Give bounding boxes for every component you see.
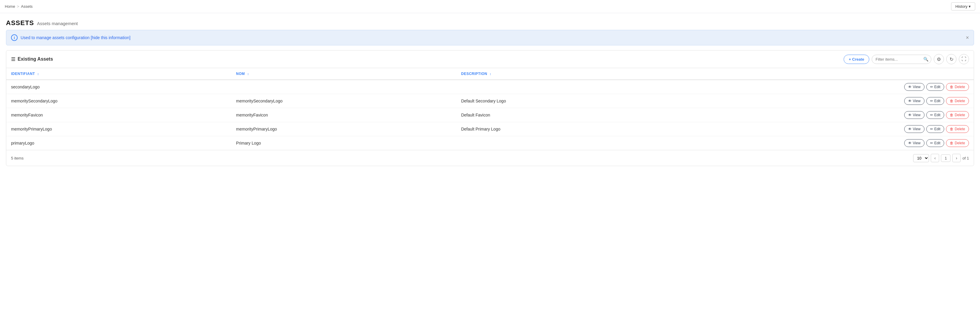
info-banner-text: Used to manage assets configuration [hid… [21,35,130,40]
history-chevron-icon: ▾ [969,4,971,9]
search-icon: 🔍 [923,57,928,62]
delete-button[interactable]: 🗑 Delete [946,83,969,91]
history-button[interactable]: History ▾ [951,2,975,10]
cell-identifiant: memoritySecondaryLogo [6,94,231,108]
info-close-button[interactable]: × [966,35,969,40]
cell-nom: Primary Logo [231,136,456,150]
assets-table: IDENTIFIANT ↕ NOM ↕ DESCRIPTION ↕ second… [6,68,974,150]
cell-identifiant: secondaryLogo [6,80,231,94]
cell-nom: memorityPrimaryLogo [231,122,456,136]
view-button[interactable]: 👁 View [904,83,924,91]
create-button[interactable]: + Create [844,54,869,64]
table-row: primaryLogoPrimary Logo👁 View✏ Edit🗑 Del… [6,136,974,150]
col-nom[interactable]: NOM ↕ [231,68,456,80]
expand-button[interactable]: ⛶ [959,54,969,64]
table-title-label: Existing Assets [18,56,53,62]
list-icon: ☰ [11,56,15,62]
page-size-select[interactable]: 10 25 50 [913,154,929,162]
cell-description: Default Secondary Logo [456,94,675,108]
table-row: memoritySecondaryLogomemoritySecondaryLo… [6,94,974,108]
main-content: ☰ Existing Assets + Create 🔍 ⚙ ↻ ⛶ [6,50,974,166]
of-label: of 1 [963,156,969,160]
next-page-button[interactable]: › [952,154,961,162]
table-title: ☰ Existing Assets [11,56,53,62]
breadcrumb-current: Assets [21,4,33,9]
current-page: 1 [941,154,950,162]
col-actions [675,68,974,80]
cell-description: Default Primary Logo [456,122,675,136]
filter-input[interactable] [872,54,931,64]
top-bar: Home > Assets History ▾ [0,0,980,13]
prev-page-button[interactable]: ‹ [931,154,939,162]
breadcrumb-home[interactable]: Home [5,4,15,9]
breadcrumb: Home > Assets [5,4,33,9]
gear-icon: ⚙ [937,56,941,62]
table-toolbar: ☰ Existing Assets + Create 🔍 ⚙ ↻ ⛶ [6,50,974,68]
table-body: secondaryLogo👁 View✏ Edit🗑 Deletememorit… [6,80,974,150]
toolbar-right: + Create 🔍 ⚙ ↻ ⛶ [844,54,969,64]
cell-identifiant: primaryLogo [6,136,231,150]
cell-nom: memoritySecondaryLogo [231,94,456,108]
cell-description [456,136,675,150]
delete-button[interactable]: 🗑 Delete [946,111,969,119]
cell-actions: 👁 View✏ Edit🗑 Delete [675,108,974,122]
settings-button[interactable]: ⚙ [934,54,944,64]
view-button[interactable]: 👁 View [904,97,924,105]
edit-button[interactable]: ✏ Edit [926,111,945,119]
sort-icon-description: ↕ [490,72,492,75]
info-icon: i [11,34,18,41]
delete-button[interactable]: 🗑 Delete [946,97,969,105]
items-count: 5 items [11,156,24,160]
edit-button[interactable]: ✏ Edit [926,139,945,147]
table-row: secondaryLogo👁 View✏ Edit🗑 Delete [6,80,974,94]
page-title: ASSETS [6,19,34,27]
table-header: IDENTIFIANT ↕ NOM ↕ DESCRIPTION ↕ [6,68,974,80]
cell-actions: 👁 View✏ Edit🗑 Delete [675,122,974,136]
info-banner: i Used to manage assets configuration [h… [6,30,974,45]
delete-button[interactable]: 🗑 Delete [946,139,969,147]
cell-description: Default Favicon [456,108,675,122]
cell-actions: 👁 View✏ Edit🗑 Delete [675,94,974,108]
cell-nom [231,80,456,94]
col-identifiant[interactable]: IDENTIFIANT ↕ [6,68,231,80]
refresh-icon: ↻ [950,56,953,62]
view-button[interactable]: 👁 View [904,125,924,133]
view-button[interactable]: 👁 View [904,139,924,147]
edit-button[interactable]: ✏ Edit [926,125,945,133]
edit-button[interactable]: ✏ Edit [926,83,945,91]
cell-identifiant: memorityPrimaryLogo [6,122,231,136]
page-subtitle: Assets management [37,21,78,26]
cell-description [456,80,675,94]
breadcrumb-separator: > [17,4,19,9]
filter-input-wrap: 🔍 [872,54,931,64]
page-header: ASSETS Assets management [0,13,980,30]
cell-identifiant: memorityFavicon [6,108,231,122]
delete-button[interactable]: 🗑 Delete [946,125,969,133]
view-button[interactable]: 👁 View [904,111,924,119]
cell-actions: 👁 View✏ Edit🗑 Delete [675,80,974,94]
col-description[interactable]: DESCRIPTION ↕ [456,68,675,80]
info-banner-content: i Used to manage assets configuration [h… [11,34,130,41]
cell-actions: 👁 View✏ Edit🗑 Delete [675,136,974,150]
cell-nom: memorityFavicon [231,108,456,122]
table-row: memorityFaviconmemorityFaviconDefault Fa… [6,108,974,122]
table-footer: 5 items 10 25 50 ‹ 1 › of 1 [6,150,974,166]
expand-icon: ⛶ [961,56,966,62]
table-row: memorityPrimaryLogomemorityPrimaryLogoDe… [6,122,974,136]
sort-icon-identifiant: ↕ [37,72,39,75]
edit-button[interactable]: ✏ Edit [926,97,945,105]
sort-icon-nom: ↕ [247,72,249,75]
pagination: 10 25 50 ‹ 1 › of 1 [913,154,969,162]
history-label: History [956,4,967,9]
refresh-button[interactable]: ↻ [946,54,956,64]
